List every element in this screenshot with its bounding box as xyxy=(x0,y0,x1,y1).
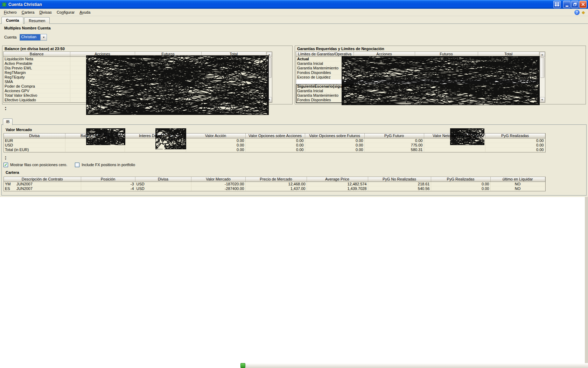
table-row[interactable]: Actual xyxy=(296,57,539,61)
column-header[interactable]: Total xyxy=(201,52,266,57)
value-cell xyxy=(354,84,415,89)
value-cell xyxy=(201,93,266,98)
column-header[interactable]: Futuros xyxy=(415,52,478,57)
menu-cartera[interactable]: Cartera xyxy=(19,9,37,15)
row-label-cell xyxy=(296,80,354,84)
scrollbar-thumb[interactable] xyxy=(267,57,272,78)
column-header[interactable]: Balance xyxy=(4,52,70,57)
column-header[interactable]: Descripción de Contrato xyxy=(4,177,81,182)
column-header[interactable]: Precio de Mercado xyxy=(245,177,307,182)
column-header[interactable]: Average Price xyxy=(307,177,368,182)
table-row[interactable]: Poder de Compra xyxy=(4,84,266,89)
grid-button[interactable] xyxy=(553,1,561,8)
table-row[interactable]: YMJUN2007-3USD-187020.0012,468.0012,482.… xyxy=(4,182,545,186)
menu-fichero[interactable]: Fichero xyxy=(1,9,19,15)
table-row[interactable]: RegTEquity xyxy=(4,75,266,80)
table-row[interactable]: Total Valor Efectivo xyxy=(4,93,266,98)
column-header[interactable]: Total xyxy=(478,52,539,57)
restore-button[interactable] xyxy=(571,1,579,8)
value-cell xyxy=(478,61,539,66)
tab-resumen[interactable]: Resumen xyxy=(24,17,50,24)
column-header[interactable]: Interes Devengado xyxy=(125,134,186,138)
column-header[interactable]: Posición xyxy=(81,177,135,182)
column-header[interactable]: Futuros xyxy=(135,52,201,57)
minimize-button[interactable] xyxy=(563,1,570,8)
menu-divisas[interactable]: Divisas xyxy=(37,9,54,15)
column-header[interactable]: Divisa xyxy=(4,134,65,138)
column-header[interactable]: Divisa xyxy=(135,177,191,182)
scrollbar-track[interactable] xyxy=(267,57,272,97)
table-row[interactable]: ESJUN2007-4USD-287400.001,437.001,439.70… xyxy=(4,186,545,191)
table-row[interactable]: EUR0.000.000.000.000.00 xyxy=(4,138,545,143)
valor-mercado-table: DivisaBalance EfectivoInteres DevengadoV… xyxy=(4,133,546,152)
column-header[interactable]: PyG No Realizadas xyxy=(368,177,431,182)
table-row[interactable]: USD0.000.000.00775.000.00 xyxy=(4,143,545,148)
close-icon xyxy=(581,3,584,6)
show-zero-positions-checkbox[interactable]: ✓ xyxy=(4,163,8,167)
row-label-cell: USD xyxy=(135,182,191,186)
tab-cuenta[interactable]: Cuenta xyxy=(1,17,23,24)
row-label-cell: SMA xyxy=(4,80,70,84)
table-row[interactable]: Garantía Inicial xyxy=(296,89,539,93)
table-row[interactable]: Fondos Disponibles xyxy=(296,70,539,75)
cartera-title: Cartera xyxy=(6,170,19,175)
table-row[interactable]: Garantía Inicial xyxy=(296,61,539,66)
column-header[interactable]: PyG Realizadas xyxy=(431,177,490,182)
table-row[interactable]: Total (in EUR)0.000.000.00580.310.00 xyxy=(4,148,545,152)
value-cell: 0.00 xyxy=(431,182,490,186)
help-icon[interactable]: ? xyxy=(574,10,580,15)
column-header[interactable]: Balance Efectivo xyxy=(65,134,125,138)
table-row[interactable]: Exceso de Liquidez xyxy=(296,75,539,80)
table-row[interactable]: Efectivo Liquidado xyxy=(4,98,266,102)
column-header[interactable]: Valor Opciones sobre Acciones xyxy=(245,134,305,138)
value-cell: 0.00 xyxy=(245,138,305,143)
column-header[interactable]: Valor Opciones sobre Futuros xyxy=(305,134,364,138)
column-header[interactable]: Acciones xyxy=(70,52,135,57)
taskbar-strip[interactable] xyxy=(245,363,588,368)
splitter-collapse-control[interactable]: ▲ ▼ xyxy=(4,106,8,111)
taskbar-fragment[interactable] xyxy=(240,363,245,368)
menu-ayuda[interactable]: Ayuda xyxy=(77,9,93,15)
vertical-scrollbar[interactable]: ▲▼ xyxy=(266,52,272,102)
column-header[interactable]: Valor Neto de Liquidación xyxy=(424,134,485,138)
column-header[interactable]: Acciones xyxy=(354,52,415,57)
table-row[interactable] xyxy=(296,80,539,84)
table-row[interactable]: Acciones GPV xyxy=(4,89,266,93)
value-cell xyxy=(415,98,478,102)
column-header[interactable]: Valor Mercado xyxy=(191,177,245,182)
include-fx-positions-checkbox[interactable]: ✓ xyxy=(75,163,79,167)
table-row[interactable]: SMA xyxy=(4,80,266,84)
close-button[interactable] xyxy=(579,1,587,8)
titlebar[interactable]: Cuenta Christian xyxy=(0,0,588,9)
splitter-collapse-control[interactable]: ▲ ▼ xyxy=(4,156,8,161)
combo-dropdown-button[interactable]: ▼ xyxy=(40,34,47,40)
scroll-up-button[interactable]: ▲ xyxy=(267,52,272,57)
table-row[interactable]: RegTMargin xyxy=(4,70,266,75)
table-row[interactable]: Liquidación Neta xyxy=(4,57,266,61)
column-header[interactable]: Límites de Garantías/Operativa xyxy=(296,52,354,57)
table-row[interactable]: Fondos Disponibles xyxy=(296,98,539,102)
menu-configurar[interactable]: Configurar xyxy=(54,9,77,15)
value-cell xyxy=(135,61,201,66)
table-row[interactable]: Día Previo EWL xyxy=(4,66,266,70)
scrollbar-thumb[interactable] xyxy=(540,57,545,78)
column-header[interactable]: PyG Futuro xyxy=(364,134,424,138)
table-row[interactable]: Garantía Mantenimiento xyxy=(296,66,539,70)
table-row[interactable]: SiguienteEscenario(siguienteCa... xyxy=(296,84,539,89)
table-row[interactable]: Activo Prestable xyxy=(4,61,266,66)
row-label-cell: Garantía Mantenimiento xyxy=(296,93,354,98)
column-header[interactable]: PyG Realizadas xyxy=(485,134,545,138)
scroll-up-button[interactable]: ▲ xyxy=(540,52,545,57)
scrollbar-track[interactable] xyxy=(540,57,545,97)
column-header[interactable]: último en Liquidar xyxy=(490,177,545,182)
table-row[interactable]: Garantía Mantenimiento xyxy=(296,93,539,98)
account-combo-label: Cuenta xyxy=(4,35,16,39)
connection-status-icon[interactable]: ◆ xyxy=(582,10,585,15)
column-header[interactable]: Valor Acción xyxy=(186,134,245,138)
scroll-down-button[interactable]: ▼ xyxy=(540,97,545,102)
value-cell xyxy=(201,84,266,89)
account-combo[interactable]: Christian ▼ xyxy=(20,34,47,41)
tab-ib[interactable]: IB xyxy=(3,118,13,125)
scroll-down-button[interactable]: ▼ xyxy=(267,97,272,102)
vertical-scrollbar[interactable]: ▲▼ xyxy=(539,52,545,102)
